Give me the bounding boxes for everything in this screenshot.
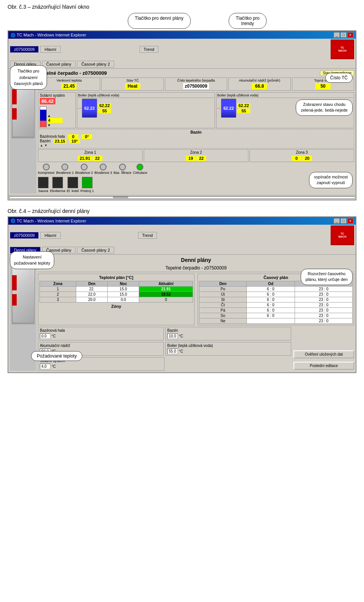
btn-overeni[interactable]: Ověření uložených dat: [293, 350, 354, 358]
sensor-venkovni-value: 21.45: [61, 83, 77, 89]
sensor-cislo-label: Číslo tepelného čerpadla: [166, 79, 226, 83]
od-pa[interactable]: 6 : 0: [246, 307, 295, 313]
close-btn-2[interactable]: ✕: [347, 218, 353, 224]
zone-id-tab-2[interactable]: z07500009: [10, 232, 39, 239]
solar-unit: °C: [52, 364, 56, 369]
bazen-hala-val2: 0°: [82, 134, 92, 139]
od-ne[interactable]: [246, 318, 295, 323]
device-el-kotel-switch[interactable]: [67, 177, 78, 188]
device-pristroj1-switch[interactable]: [82, 177, 93, 188]
noc-3[interactable]: 0.0: [108, 297, 139, 302]
maximize-btn[interactable]: □: [340, 32, 347, 38]
od-st[interactable]: 6 : 0: [246, 297, 295, 302]
section2-label: Obr. č.4 – znázorňující denní plány: [8, 208, 356, 214]
do-pa[interactable]: 23 : 0: [295, 307, 352, 313]
close-btn[interactable]: ✕: [347, 32, 353, 38]
bazen-hala-val1: 0: [68, 134, 78, 139]
zone3-val1: 0: [292, 156, 301, 161]
teplotni-table: Zona Den Noc Aktuální 1 22.: [39, 281, 193, 303]
ie-title-2: TC Mach - Windows Internet Explorer: [17, 219, 86, 223]
zone-id-tab[interactable]: z07500009: [10, 46, 39, 53]
btn-casove-plany[interactable]: Časové plány: [42, 61, 76, 68]
th-den: Den: [76, 281, 108, 286]
sensor-venkovni-label: Venkovní teplota: [39, 79, 99, 83]
callout-vypinace: vypínače možnostzapnutí vypnutí: [309, 172, 353, 188]
tab-trend[interactable]: Trend: [140, 46, 158, 53]
switch-bivalence2-circle[interactable]: [81, 164, 88, 170]
minimize-btn-2[interactable]: _: [334, 218, 340, 224]
tc-mach-logo-area-2: TCMACH: [331, 225, 354, 245]
od-ct[interactable]: 6 : 0: [246, 302, 295, 307]
section1-label: Obr. č.3 – znázorňující hlavní okno: [8, 4, 356, 10]
do-st[interactable]: 23 : 0: [295, 297, 352, 302]
do-ne[interactable]: 23 : 0: [295, 318, 352, 323]
zone3-title: Zona 3: [251, 150, 353, 155]
switch-bivalence3: Bivalence 3: [94, 164, 112, 175]
th-zona: Zona: [40, 281, 76, 286]
solar-section: Solární systém 86.42: [38, 92, 76, 128]
den-1[interactable]: 22.: [76, 286, 108, 292]
boiler1-temp1: 62.22: [84, 106, 95, 110]
zone2-box: Zona 2 19 22: [144, 149, 248, 162]
switch-bivalence3-label: Bivalence 3: [94, 171, 112, 175]
boiler2-visual: 62.22: [221, 99, 236, 118]
sensor-stav-tc-label: Stav TČ: [103, 79, 162, 83]
bazen-val1: 23.15: [53, 139, 66, 143]
den-2[interactable]: 22.0: [76, 292, 108, 297]
table-row: Pá 6 : 0 23 : 0: [199, 307, 353, 313]
od-po[interactable]: 6 : 0: [246, 286, 295, 292]
switch-baz-filtrace-circle[interactable]: [119, 164, 126, 170]
maximize-btn-2[interactable]: □: [340, 218, 347, 224]
sb-track[interactable]: [9, 196, 355, 199]
bazenovahala-val: 0.0: [40, 333, 50, 339]
callout-pozadovane-teploty: Požadované teploty: [31, 351, 82, 361]
sensor-stav-tc-value: Heat: [125, 83, 140, 89]
device-ekviterma-switch[interactable]: [52, 177, 63, 188]
do-so[interactable]: 23 : 0: [295, 313, 352, 318]
btn-posledni[interactable]: Poslední editace: [293, 362, 354, 370]
solar-temp: 86.42: [40, 98, 55, 104]
od-so[interactable]: 6 : 0: [246, 313, 295, 318]
btn-casove-plany2[interactable]: Časové plány 2: [77, 61, 114, 68]
sensor-row: Venkovní teplota 21.45 Stav TČ Heat Čísl…: [38, 77, 354, 91]
od-ut[interactable]: 6 : 0: [246, 292, 295, 297]
callout-stav-chodu: Zobrazení stavu choduzelená-jede, šedá-n…: [296, 99, 353, 116]
table-row: 2 22.0 15.0 19.52: [40, 292, 193, 297]
switch-kompresor-circle[interactable]: [43, 164, 50, 170]
akt-2: 19.52: [139, 292, 193, 297]
app-title: Tepelné čerpadlo - z07500009: [38, 70, 107, 76]
den-st: St: [199, 297, 247, 302]
minimize-btn[interactable]: _: [334, 32, 340, 38]
ie-window-1: 🌐 TC Mach - Windows Internet Explorer _ …: [8, 30, 356, 200]
switch-kompresor-label: Kompresor: [38, 171, 55, 175]
table-row: Po 6 : 0 23 : 0: [199, 286, 353, 292]
do-ct[interactable]: 23 : 0: [295, 302, 352, 307]
casovy-table: Den Od Do Po 6 : 0 23 : 0: [199, 281, 353, 324]
device-pristroj1-label: Pristroj 1: [80, 189, 94, 193]
den-3[interactable]: 20.0: [76, 297, 108, 302]
scrollbar-bottom: [8, 195, 356, 200]
switch-bivalence1-circle[interactable]: [61, 164, 68, 170]
boiler1-title: Boiler (teplá užitková voda): [78, 93, 214, 98]
callout-casove-plany-left: Tlačítko prozobrazeníčasových plánů: [10, 65, 47, 90]
switch-bivalence2-label: Bivalence 2: [75, 171, 93, 175]
device-sauna-switch[interactable]: [38, 177, 49, 188]
btn-casove-plany2-2[interactable]: Časové plány 2: [77, 247, 114, 254]
do-po[interactable]: 23 : 0: [295, 286, 352, 292]
device-stripe-mid-2: [12, 294, 17, 306]
den-ct: Čt: [199, 302, 247, 307]
device-ekviterma: Ekviterma: [50, 177, 65, 193]
tab-trend-2[interactable]: Trend: [138, 232, 157, 239]
switch-cirkulace-circle[interactable]: [136, 164, 143, 170]
switch-bivalence3-circle[interactable]: [100, 164, 107, 170]
callout-cislo-tc: Číslo TČ: [325, 73, 353, 83]
switch-bivalence1: Bivalence 1: [56, 164, 74, 175]
bazen-title: Bazén: [40, 130, 352, 134]
tab-hlavni[interactable]: Hlavní: [40, 46, 60, 53]
device-pristroj1: Pristroj 1: [80, 177, 94, 193]
do-ut[interactable]: 23 : 0: [295, 292, 352, 297]
noc-2[interactable]: 15.0: [108, 292, 139, 297]
tab-hlavni-2[interactable]: Hlavní: [40, 232, 60, 239]
noc-1[interactable]: 15.0: [108, 286, 139, 292]
bazen-val2: 10°: [69, 139, 80, 143]
